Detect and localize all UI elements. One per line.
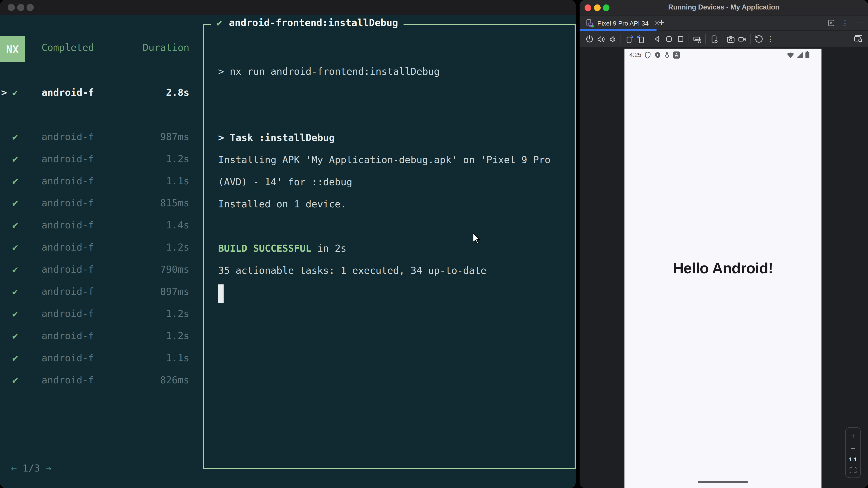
prev-page-arrow[interactable]: ← [11,462,17,474]
check-icon: ✔ [12,242,18,253]
task-duration: 790ms [160,264,189,275]
build-duration-text: in 2s [311,243,346,254]
task-row[interactable]: ✔android-f1.1s [0,352,189,366]
toolbar-separator [620,34,621,44]
studio-titlebar[interactable]: Running Devices - My Application [580,0,868,15]
hardware-input-icon[interactable] [693,35,702,43]
task-row[interactable]: ✔android-f1.2s [0,153,189,166]
wifi-icon [786,52,794,58]
task-name: android-f [41,175,94,186]
terminal-line-summary: 35 actionable tasks: 1 executed, 34 up-t… [218,265,487,276]
volume-up-icon[interactable] [596,35,605,43]
volume-down-icon[interactable] [608,35,617,43]
task-name: android-f [41,87,94,98]
task-row[interactable]: ✔android-f1.4s [0,220,189,233]
task-name: android-f [41,286,94,297]
task-duration: 1.2s [166,153,189,164]
task-duration: 987ms [160,131,189,142]
check-icon: ✔ [12,375,18,386]
terminal-line-installing-2: (AVD) - 14' for ::debug [218,176,352,188]
task-row[interactable]: ✔android-f826ms [0,375,189,388]
task-row[interactable]: ✔android-f790ms [0,264,189,277]
zoom-out-button[interactable]: − [850,444,855,453]
task-duration: 826ms [160,375,189,386]
desktop: NX Completed Duration > ✔ android-f 2.8s… [0,0,868,488]
task-row[interactable]: ✔android-f1.2s [0,308,189,322]
task-output-panel: ✔android-frontend:installDebug > nx run … [203,24,576,469]
task-row[interactable]: ✔android-f1.2s [0,242,189,255]
toolbar-separator [705,34,706,44]
build-successful-text: BUILD SUCCESSFUL [218,243,311,254]
zoom-controls: + − 1:1 [845,427,861,478]
check-icon: ✔ [12,175,18,186]
rotate-left-icon[interactable] [625,35,633,43]
back-icon[interactable] [653,35,662,43]
screenshot-icon[interactable] [726,35,735,43]
check-icon: ✔ [12,264,18,275]
task-duration: 2.8s [166,87,189,98]
toolbar-separator [750,34,750,44]
fit-to-window-icon[interactable] [849,467,857,473]
check-icon: ✔ [12,352,18,363]
check-icon: ✔ [12,220,18,231]
task-name: android-f [41,153,94,164]
device-settings-icon[interactable] [709,35,718,43]
terminal-line-task: > Task :installDebug [218,132,335,143]
window-zoom-icon[interactable] [27,4,34,11]
mouse-cursor [472,232,482,245]
tab-pixel-9-pro[interactable]: Pixel 9 Pro API 34 ✕ [580,15,660,31]
pagination: ←1/3→ [11,462,51,474]
selected-caret: > [1,87,7,98]
task-name: android-f [41,131,94,142]
rotate-right-icon[interactable] [636,35,645,43]
play-protect-icon [654,52,661,59]
emulator-screen[interactable]: 4:25 A Hello Android! [624,49,822,488]
task-output-title-text: android-frontend:installDebug [229,17,398,28]
task-name: android-f [41,197,94,208]
screen-record-icon[interactable] [738,35,746,43]
check-icon: ✔ [12,308,18,319]
window-options-icon[interactable]: ⋮ [841,19,848,27]
task-name: android-f [41,330,94,341]
dock-window-icon[interactable] [827,19,835,27]
check-icon: ✔ [12,197,18,208]
more-actions-icon[interactable]: ⋮ [766,35,775,43]
battery-icon [805,52,809,58]
task-duration: 1.2s [166,308,189,319]
zoom-in-button[interactable]: + [850,432,855,440]
hide-icon[interactable] [855,23,862,24]
toolbar-separator [722,34,722,44]
task-name: android-f [41,264,94,275]
cellular-icon [797,52,803,58]
check-icon: ✔ [12,286,18,297]
actual-size-button[interactable]: 1:1 [849,457,857,463]
next-page-arrow[interactable]: → [45,462,51,474]
power-icon[interactable] [585,35,594,43]
overview-icon[interactable] [676,35,685,43]
restart-icon[interactable] [754,35,763,43]
add-tab-icon[interactable]: + [659,15,664,31]
home-icon[interactable] [664,35,673,43]
task-row[interactable]: ✔android-f815ms [0,197,189,211]
tab-label: Pixel 9 Pro API 34 [597,20,649,26]
terminal-window: NX Completed Duration > ✔ android-f 2.8s… [0,0,576,488]
task-duration: 1.1s [166,352,189,363]
terminal-line-build-result: BUILD SUCCESSFUL in 2s [218,243,346,254]
task-name: android-f [41,220,94,231]
task-row[interactable]: ✔android-f897ms [0,286,189,299]
task-row[interactable]: ✔android-f1.1s [0,175,189,189]
profile-icon [664,52,670,59]
task-duration: 1.2s [166,330,189,341]
vpn-shield-icon [645,52,651,59]
task-row[interactable]: > ✔ android-f 2.8s [0,87,189,100]
task-duration: 897ms [160,286,189,297]
task-row[interactable]: ✔android-f1.2s [0,330,189,344]
window-close-icon[interactable] [8,4,15,11]
terminal-titlebar[interactable] [0,0,576,15]
window-minimize-icon[interactable] [17,4,24,11]
page-indicator: 1/3 [22,462,40,474]
task-name: android-f [41,308,94,319]
display-mode-icon[interactable] [854,34,863,43]
task-row[interactable]: ✔android-f987ms [0,131,189,144]
gesture-navigation-bar[interactable] [698,481,748,483]
